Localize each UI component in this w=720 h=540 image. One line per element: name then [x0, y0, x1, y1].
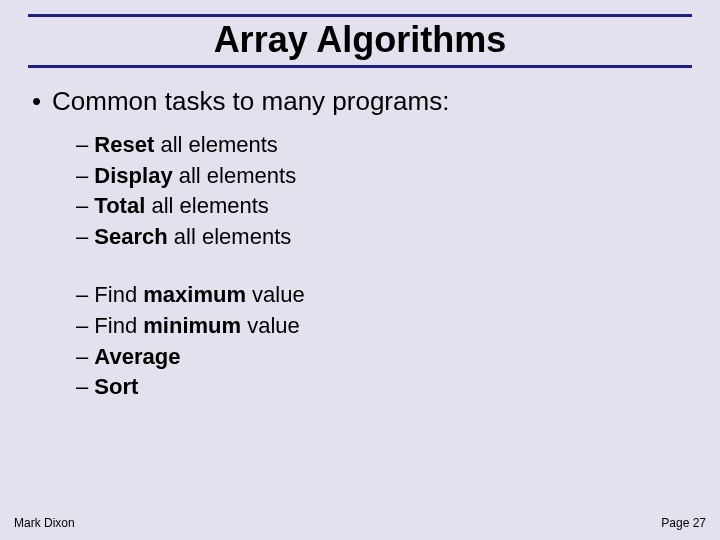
list-item: – Display all elements — [76, 162, 688, 191]
main-bullet-text: Common tasks to many programs: — [52, 86, 449, 116]
top-rule — [28, 14, 692, 17]
list-item: – Sort — [76, 373, 688, 402]
sub-list-2: – Find maximum value – Find minimum valu… — [76, 281, 688, 401]
sub-list-1: – Reset all elements – Display all eleme… — [76, 131, 688, 251]
content-area: •Common tasks to many programs: – Reset … — [0, 86, 720, 402]
list-item: – Search all elements — [76, 223, 688, 252]
bullet-dot: • — [32, 86, 52, 117]
list-item: – Find maximum value — [76, 281, 688, 310]
footer: Mark Dixon Page 27 — [14, 516, 706, 530]
list-item: – Find minimum value — [76, 312, 688, 341]
slide-title: Array Algorithms — [0, 19, 720, 61]
title-underline — [28, 65, 692, 68]
list-item: – Reset all elements — [76, 131, 688, 160]
footer-author: Mark Dixon — [14, 516, 75, 530]
main-bullet: •Common tasks to many programs: — [32, 86, 688, 117]
footer-page: Page 27 — [661, 516, 706, 530]
list-item: – Total all elements — [76, 192, 688, 221]
list-item: – Average — [76, 343, 688, 372]
